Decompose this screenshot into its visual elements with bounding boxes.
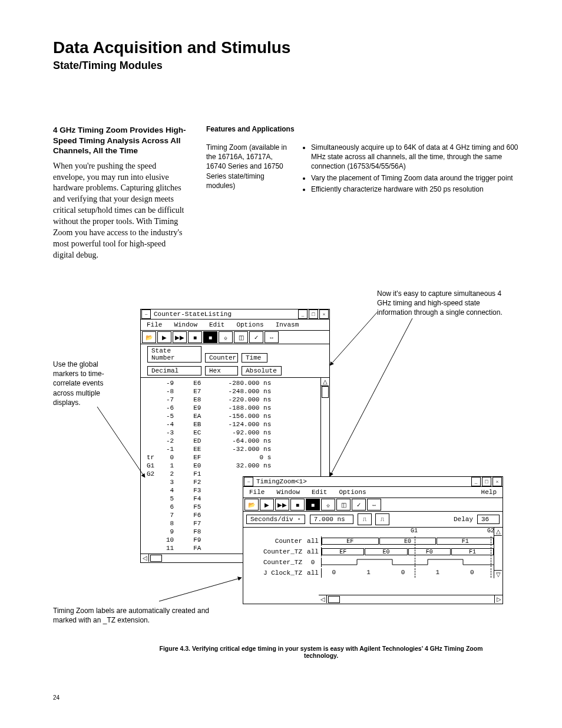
page-subtitle: State/Timing Modules [53, 60, 527, 72]
scroll-up-icon[interactable]: △ [494, 528, 502, 536]
scroll-thumb-h[interactable] [150, 555, 162, 562]
toolbar: 📂 ▶ ▶▶ ■ ■ ⎒ ◫ ✓ ↔ [141, 331, 329, 344]
signal-waveform[interactable]: EFE0F1 [321, 536, 494, 546]
maximize-icon[interactable]: □ [482, 477, 491, 486]
markers-icon[interactable]: ◫ [336, 499, 351, 510]
bus-segment: E0 [379, 538, 437, 545]
menu-window[interactable]: Window [270, 489, 306, 496]
signal-format: all [305, 548, 321, 555]
group-icon[interactable]: ⎒ [321, 499, 335, 510]
zoom-in-icon[interactable]: ⎍ [375, 513, 389, 525]
menu-edit[interactable]: Edit [306, 489, 333, 496]
scroll-right-icon[interactable]: ▷ [494, 595, 503, 603]
signal-row: J Clock_TZall01010 [243, 568, 503, 578]
stop-all-icon[interactable]: ■ [203, 331, 217, 343]
signal-format: all [305, 569, 321, 577]
toolbar: 📂 ▶ ▶▶ ■ ■ ⎒ ◫ ✓ ↔ [243, 498, 503, 512]
scroll-down-icon[interactable]: ▽ [494, 570, 502, 578]
menu-edit[interactable]: Edit [203, 321, 230, 328]
menu-file[interactable]: File [141, 321, 168, 328]
open-icon[interactable]: 📂 [244, 499, 259, 510]
digital-value: 0 [332, 569, 336, 576]
scroll-thumb-h[interactable] [328, 596, 340, 603]
col-counter[interactable]: Counter [205, 353, 238, 363]
open-icon[interactable]: 📂 [142, 331, 156, 343]
run-icon[interactable]: ▶ [260, 499, 274, 510]
sysmenu-icon[interactable]: − [141, 309, 151, 319]
bus-segment: EF [322, 538, 379, 545]
minimize-icon[interactable]: _ [471, 477, 481, 486]
fmt-counter[interactable]: Hex [205, 366, 238, 375]
signal-format: all [305, 538, 321, 545]
zoom-out-icon[interactable]: ⎍ [358, 513, 372, 525]
minimize-icon[interactable]: _ [298, 309, 308, 319]
stop-all-icon[interactable]: ■ [306, 499, 320, 510]
delay-label: Delay [454, 516, 473, 523]
features-heading: Features and Applications [206, 125, 527, 133]
intro-body: When you're pushing the speed envelope, … [53, 161, 189, 261]
menu-options[interactable]: Options [230, 321, 269, 328]
features-label: Timing Zoom (available in the 16716A, 16… [206, 143, 289, 196]
menubar: File Window Edit Options Invasm [141, 319, 329, 331]
window-timing-zoom: − TimingZoom<1> _ □ × File Window Edit O… [243, 476, 503, 604]
marker-g1[interactable]: G1 [411, 528, 418, 534]
close-icon[interactable]: × [492, 477, 502, 486]
maximize-icon[interactable]: □ [309, 309, 318, 319]
run-icon[interactable]: ▶ [157, 331, 171, 343]
menu-window[interactable]: Window [168, 321, 203, 328]
horizontal-scrollbar[interactable]: ◁ ▷ [319, 595, 503, 604]
goto-icon[interactable]: ↔ [265, 331, 279, 343]
menubar: File Window Edit Options Help [243, 487, 503, 498]
close-icon[interactable]: × [319, 309, 329, 319]
signal-waveform[interactable]: 01010 [321, 568, 494, 578]
run-repeat-icon[interactable]: ▶▶ [275, 499, 289, 510]
col-time[interactable]: Time [242, 353, 267, 363]
digital-value: 0 [401, 569, 405, 576]
callout-bottom: Timing Zoom labels are automatically cre… [53, 606, 230, 625]
group-icon[interactable]: ⎒ [219, 331, 233, 343]
menu-options[interactable]: Options [333, 489, 372, 496]
callout-left: Use the global markers to time-correlate… [53, 360, 124, 407]
feature-bullet: Vary the placement of Timing Zoom data a… [311, 173, 527, 183]
stop-icon[interactable]: ■ [290, 499, 305, 510]
callout-right: Now it's easy to capture simultaneous 4 … [377, 289, 507, 318]
window-title: TimingZoom<1> [254, 478, 471, 485]
digital-value: 0 [470, 569, 474, 576]
menu-help[interactable]: Help [475, 489, 503, 496]
check-icon[interactable]: ✓ [352, 499, 366, 510]
scroll-left-icon[interactable]: ◁ [141, 554, 149, 562]
run-repeat-icon[interactable]: ▶▶ [173, 331, 187, 343]
sysmenu-icon[interactable]: − [244, 477, 253, 486]
stop-icon[interactable]: ■ [188, 331, 202, 343]
signal-waveform[interactable] [321, 558, 494, 567]
scroll-thumb[interactable] [322, 386, 329, 398]
scroll-up-icon[interactable]: △ [321, 378, 329, 386]
settings-icon[interactable]: ↔ [367, 499, 381, 510]
fmt-time[interactable]: Absolute [242, 366, 282, 375]
col-state[interactable]: State Number [147, 346, 201, 363]
check-icon[interactable]: ✓ [249, 331, 263, 343]
menu-file[interactable]: File [243, 489, 270, 496]
digital-value: 1 [435, 569, 439, 576]
signal-label: Counter_TZ [243, 548, 305, 555]
signal-label: Counter_TZ [243, 559, 305, 566]
feature-bullet: Efficiently characterize hardware with 2… [311, 185, 527, 194]
signal-waveform[interactable]: EFE0F0F1 [321, 547, 494, 556]
signal-row: Counter_TZallEFE0F0F1 [243, 546, 503, 557]
bus-segment: F1 [437, 538, 494, 545]
svg-line-2 [97, 407, 145, 477]
svg-line-1 [330, 318, 412, 476]
page-title: Data Acquisition and Stimulus [53, 38, 527, 57]
fmt-state[interactable]: Decimal [147, 366, 201, 375]
delay-value[interactable]: 36 [477, 515, 500, 524]
feature-bullet: Simultaneously acquire up to 64K of data… [311, 143, 527, 172]
scroll-left-icon[interactable]: ◁ [319, 595, 327, 603]
figure-caption: Figure 4.3. Verifying critical edge timi… [144, 645, 498, 659]
vertical-scrollbar[interactable]: △ ▽ [494, 528, 503, 578]
timebase-value[interactable]: 7.000 ns [310, 515, 353, 524]
timebase-button[interactable]: Seconds/div ▫ [246, 515, 305, 524]
intro-heading: 4 GHz Timing Zoom Provides High-Speed Ti… [53, 125, 189, 156]
menu-invasm[interactable]: Invasm [270, 321, 305, 328]
window-title: Counter-StateListing [151, 311, 297, 318]
markers-icon[interactable]: ◫ [234, 331, 248, 343]
